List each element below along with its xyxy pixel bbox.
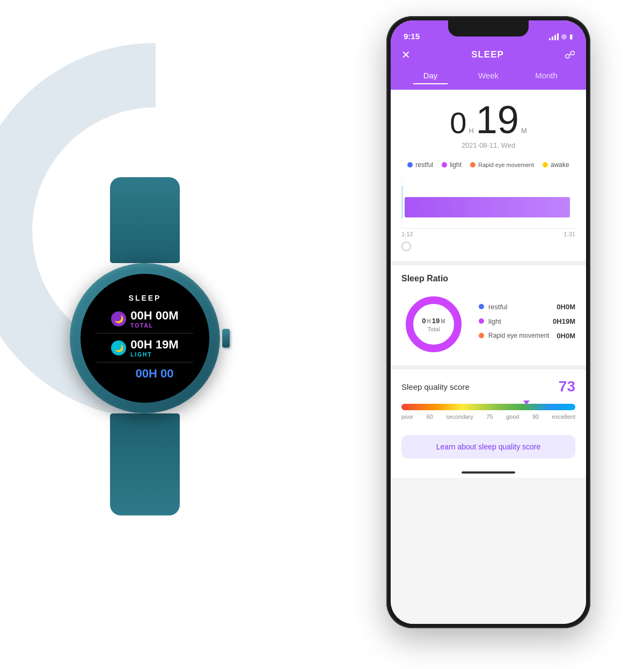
chart-area <box>401 175 575 229</box>
ratio-item-restful: restful 0H0M <box>479 303 575 311</box>
chart-time-start: 1:12 <box>401 231 413 237</box>
legend-awake: awake <box>543 161 569 169</box>
donut-chart: 0 H 19 M Total <box>401 292 466 357</box>
phone-screen: 9:15 ⊕ ▮ ✕ SLEEP ☍ <box>391 20 586 624</box>
home-bar <box>462 471 515 474</box>
donut-minutes: 19 <box>432 317 440 325</box>
ratio-light-dot <box>479 318 484 324</box>
chart-bar <box>405 197 570 217</box>
score-indicator <box>523 401 530 405</box>
light-label: light <box>450 161 462 169</box>
legend-rem: Rapid eye movement <box>470 161 534 169</box>
rem-dot <box>470 162 475 168</box>
tab-week[interactable]: Week <box>459 68 517 83</box>
awake-dot <box>543 162 548 168</box>
bar-label-75: 75 <box>486 413 493 420</box>
watch-strap-bottom <box>110 413 180 515</box>
watch-total-row: 🌙 00H 00M TOTAL <box>111 309 178 329</box>
sleep-ratio-title: Sleep Ratio <box>401 274 575 283</box>
donut-total-label: Total <box>422 326 445 332</box>
scrubber-handle[interactable] <box>401 242 411 251</box>
chart-scrubber[interactable] <box>396 239 581 256</box>
close-icon[interactable]: ✕ <box>401 48 411 61</box>
color-bar <box>401 404 575 410</box>
watch-divider-2 <box>97 362 193 362</box>
color-bar-container: poor 60 secondary 75 good 90 excellent <box>401 404 575 420</box>
legend-restful: restful <box>407 161 433 169</box>
sleep-hours-unit: H <box>469 127 473 135</box>
sleep-time-section: 0 H 19 M 2021-08-11, Wed <box>391 90 586 155</box>
learn-button[interactable]: Learn about sleep quality score <box>401 435 575 459</box>
ratio-item-left-light: light <box>479 317 501 325</box>
watch-sleep-icon-total: 🌙 <box>111 311 126 326</box>
sleep-minutes-unit: M <box>521 127 527 135</box>
tab-day[interactable]: Day <box>401 68 459 83</box>
ratio-content: 0 H 19 M Total <box>401 292 575 357</box>
app-header: ✕ SLEEP ☍ <box>391 44 586 68</box>
ratio-rem-value: 0H0M <box>557 332 575 340</box>
color-bar-labels: poor 60 secondary 75 good 90 excellent <box>401 413 575 420</box>
indicator-triangle <box>523 401 530 405</box>
ratio-item-light: light 0H19M <box>479 317 575 325</box>
bar-label-good: good <box>506 413 519 420</box>
watch-case: SLEEP 🌙 00H 00M TOTAL 🌙 00H 19M LIGHT <box>70 263 220 413</box>
ratio-rem-name: Rapid eye movement <box>488 332 549 339</box>
watch-title-text: SLEEP <box>129 294 162 302</box>
ratio-item-rem: Rapid eye movement 0H0M <box>479 332 575 340</box>
ratio-restful-name: restful <box>488 303 507 311</box>
awake-label: awake <box>551 161 569 169</box>
bar-label-poor: poor <box>401 413 413 420</box>
ratio-item-left-restful: restful <box>479 303 507 311</box>
legend-light: light <box>442 161 462 169</box>
chart-time-end: 1:31 <box>564 231 575 237</box>
legend-row: restful light Rapid eye movement awake <box>391 155 586 175</box>
watch-crown <box>222 329 230 348</box>
ratio-light-value: 0H19M <box>553 317 575 325</box>
status-icons: ⊕ ▮ <box>549 32 573 41</box>
phone-bottom <box>391 467 586 478</box>
battery-icon: ▮ <box>569 33 573 40</box>
watch-strap-top <box>110 177 180 263</box>
bar-label-excellent: excellent <box>552 413 575 420</box>
watch-total-time: 00H 00M <box>130 309 178 323</box>
chart-timeline: 1:12 1:31 <box>396 229 581 239</box>
ratio-restful-dot <box>479 304 484 309</box>
restful-dot <box>407 162 413 168</box>
section-divider-2 <box>391 365 586 369</box>
watch-body: SLEEP 🌙 00H 00M TOTAL 🌙 00H 19M LIGHT <box>59 252 231 424</box>
ratio-legend: restful 0H0M light 0H19M <box>479 303 575 346</box>
quality-title: Sleep quality score <box>401 382 470 391</box>
phone-frame: 9:15 ⊕ ▮ ✕ SLEEP ☍ <box>386 16 590 628</box>
chart-line <box>402 186 402 218</box>
ratio-light-name: light <box>488 317 501 325</box>
bar-label-secondary: secondary <box>446 413 473 420</box>
light-dot <box>442 162 447 168</box>
watch-rem-row: 00H 00 <box>116 367 174 381</box>
watch-rem-time: 00H 00 <box>136 367 174 381</box>
status-time: 9:15 <box>404 32 420 41</box>
watch-divider <box>97 333 193 333</box>
header-title: SLEEP <box>471 49 504 60</box>
notes-icon[interactable]: ☍ <box>565 48 575 61</box>
donut-minutes-unit: M <box>441 318 445 324</box>
sleep-ratio-section: Sleep Ratio 0 <box>391 265 586 365</box>
quality-section: Sleep quality score 73 poor 60 secondary… <box>391 369 586 467</box>
donut-hours-unit: H <box>427 318 431 324</box>
watch-light-time: 00H 19M <box>130 338 178 352</box>
scroll-content: 0 H 19 M 2021-08-11, Wed restful <box>391 90 586 624</box>
bar-label-60: 60 <box>426 413 433 420</box>
sleep-date: 2021-08-11, Wed <box>401 141 575 149</box>
watch-total-label: TOTAL <box>130 323 178 329</box>
tab-month[interactable]: Month <box>517 68 575 83</box>
donut-hours: 0 <box>422 317 426 325</box>
signal-icon <box>549 33 559 40</box>
quality-header: Sleep quality score 73 <box>401 378 575 395</box>
phone-notch <box>448 20 529 37</box>
donut-time-display: 0 H 19 M <box>422 317 445 325</box>
sleep-time-display: 0 H 19 M <box>401 100 575 139</box>
watch-container: SLEEP 🌙 00H 00M TOTAL 🌙 00H 19M LIGHT <box>32 183 258 494</box>
phone-container: 9:15 ⊕ ▮ ✕ SLEEP ☍ <box>376 16 601 650</box>
sleep-hours: 0 <box>450 108 466 138</box>
quality-score: 73 <box>559 378 575 395</box>
rem-label: Rapid eye movement <box>478 162 534 168</box>
